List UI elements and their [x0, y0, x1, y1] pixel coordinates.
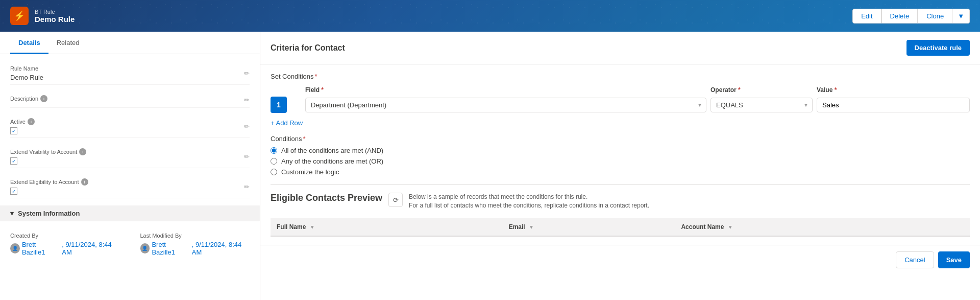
radio-and[interactable]: All of the conditions are met (AND)	[271, 147, 970, 154]
right-panel: Criteria for Contact Deactivate rule Set…	[260, 32, 980, 300]
col-account-name[interactable]: Account Name ▼	[675, 218, 970, 236]
preview-title: Eligible Contacts Preview	[271, 193, 382, 203]
active-checkbox	[10, 127, 17, 134]
created-by-section: Created By 👤 Brett Bazille1, 9/11/2024, …	[10, 226, 250, 262]
created-by-date: , 9/11/2024, 8:44 AM	[62, 241, 119, 256]
extend-visibility-group: Extend Visibility to Account i ✏	[10, 145, 250, 168]
extend-visibility-edit-icon[interactable]: ✏	[244, 153, 250, 160]
modified-by-item: Last Modified By 👤 Brett Bazille1, 9/11/…	[140, 233, 250, 256]
more-actions-button[interactable]: ▼	[952, 9, 970, 24]
conditions-section-label: Conditions *	[271, 135, 970, 143]
active-edit-icon[interactable]: ✏	[244, 123, 250, 130]
modified-by-name: Brett Bazille1	[152, 241, 188, 256]
col-value-header: Value *	[817, 86, 970, 94]
required-star: *	[315, 73, 317, 80]
system-info-title: System Information	[18, 210, 80, 217]
preview-refresh-button[interactable]: ⟳	[388, 193, 403, 207]
header-subtitle: BT Rule	[35, 9, 75, 15]
radio-or[interactable]: Any of the conditions are met (OR)	[271, 157, 970, 165]
preview-desc-line2: For a full list of contacts who meet the…	[409, 201, 649, 210]
extend-eligibility-label: Extend Eligibility to Account i	[10, 178, 88, 186]
modified-by-label: Last Modified By	[140, 233, 250, 239]
operator-select[interactable]: EQUALS	[710, 98, 813, 112]
clone-button[interactable]: Clone	[918, 9, 952, 24]
col-email[interactable]: Email ▼	[503, 218, 675, 236]
description-row: Description i ✏	[10, 92, 250, 108]
created-by-item: Created By 👤 Brett Bazille1, 9/11/2024, …	[10, 233, 120, 256]
header-title-group: BT Rule Demo Rule	[35, 9, 75, 24]
edit-button[interactable]: Edit	[852, 9, 881, 24]
created-by-avatar: 👤	[10, 243, 20, 253]
app-icon: ⚡	[10, 7, 29, 25]
deactivate-rule-button[interactable]: Deactivate rule	[906, 40, 970, 56]
extend-eligibility-edit-icon[interactable]: ✏	[244, 183, 250, 191]
value-input[interactable]	[817, 98, 970, 112]
rule-name-group: Rule Name Demo Rule ✏	[10, 62, 250, 85]
modified-by-link[interactable]: Brett Bazille1, 9/11/2024, 8:44 AM	[152, 241, 250, 256]
field-select-wrapper: Department (Department)	[305, 98, 706, 112]
rule-name-value: Demo Rule	[10, 74, 43, 81]
rule-name-row: Rule Name Demo Rule ✏	[10, 62, 250, 85]
main-content: Details Related Rule Name Demo Rule ✏	[0, 32, 980, 300]
extend-eligibility-group: Extend Eligibility to Account i ✏	[10, 175, 250, 198]
cancel-button[interactable]: Cancel	[896, 251, 934, 268]
extend-visibility-checkbox	[10, 157, 17, 165]
header-left: ⚡ BT Rule Demo Rule	[10, 7, 75, 25]
save-button[interactable]: Save	[938, 251, 970, 268]
extend-visibility-label: Extend Visibility to Account i	[10, 148, 86, 155]
description-info-icon: i	[40, 95, 47, 102]
system-info-section-header: ▾ System Information	[0, 205, 260, 221]
preview-desc-line1: Below is a sample of records that meet t…	[409, 193, 649, 201]
active-group: Active i ✏	[10, 115, 250, 138]
created-by-name: Brett Bazille1	[22, 241, 59, 256]
rule-name-label: Rule Name	[10, 65, 43, 72]
tab-details[interactable]: Details	[10, 32, 48, 54]
app-header: ⚡ BT Rule Demo Rule Edit Delete Clone ▼	[0, 0, 980, 32]
email-sort-icon: ▼	[529, 224, 534, 230]
description-label: Description i	[10, 95, 47, 102]
full-name-sort-icon: ▼	[310, 224, 315, 230]
condition-row-1: 1 Department (Department) EQUALS	[271, 97, 970, 113]
right-content: Set Conditions * Field * Operator * Valu…	[260, 64, 980, 245]
preview-header: Eligible Contacts Preview ⟳ Below is a s…	[271, 193, 970, 210]
created-by-label: Created By	[10, 233, 120, 239]
col-field-header: Field *	[305, 86, 706, 94]
extend-visibility-info-icon: i	[79, 148, 86, 155]
extend-visibility-row: Extend Visibility to Account i ✏	[10, 145, 250, 168]
col-full-name[interactable]: Full Name ▼	[271, 218, 503, 236]
radio-custom[interactable]: Customize the logic	[271, 168, 970, 176]
modified-by-avatar: 👤	[140, 243, 150, 253]
divider	[271, 184, 970, 184]
criteria-title: Criteria for Contact	[271, 43, 345, 53]
preview-table-header-row: Full Name ▼ Email ▼ Account Name ▼	[271, 218, 970, 236]
field-select[interactable]: Department (Department)	[305, 98, 706, 112]
active-label: Active i	[10, 118, 35, 125]
rule-name-edit-icon[interactable]: ✏	[244, 70, 250, 77]
conditions-header: Field * Operator * Value *	[271, 86, 970, 94]
extend-eligibility-checkbox	[10, 188, 17, 195]
set-conditions-label: Set Conditions *	[271, 73, 970, 80]
left-panel: Details Related Rule Name Demo Rule ✏	[0, 32, 260, 300]
preview-section: Eligible Contacts Preview ⟳ Below is a s…	[271, 193, 970, 237]
active-row: Active i ✏	[10, 115, 250, 138]
header-actions: Edit Delete Clone ▼	[852, 9, 970, 24]
right-footer: Cancel Save	[260, 245, 980, 274]
conditions-radio-group: All of the conditions are met (AND) Any …	[271, 147, 970, 176]
extend-eligibility-row: Extend Eligibility to Account i ✏	[10, 175, 250, 198]
tab-related[interactable]: Related	[48, 32, 88, 54]
description-edit-icon[interactable]: ✏	[244, 96, 250, 104]
col-operator-header: Operator *	[710, 86, 813, 94]
add-row-button[interactable]: + Add Row	[271, 117, 303, 129]
preview-table: Full Name ▼ Email ▼ Account Name ▼	[271, 218, 970, 237]
delete-button[interactable]: Delete	[881, 9, 918, 24]
left-content: Rule Name Demo Rule ✏ Description i ✏	[0, 54, 260, 270]
row-number: 1	[271, 97, 287, 113]
extend-eligibility-info-icon: i	[81, 178, 88, 186]
operator-select-wrapper: EQUALS	[710, 98, 813, 112]
header-title: Demo Rule	[35, 15, 75, 24]
section-collapse-icon[interactable]: ▾	[10, 210, 14, 217]
created-by-link[interactable]: Brett Bazille1, 9/11/2024, 8:44 AM	[22, 241, 120, 256]
right-panel-header: Criteria for Contact Deactivate rule	[260, 32, 980, 64]
modified-by-date: , 9/11/2024, 8:44 AM	[192, 241, 250, 256]
account-name-sort-icon: ▼	[728, 224, 733, 230]
